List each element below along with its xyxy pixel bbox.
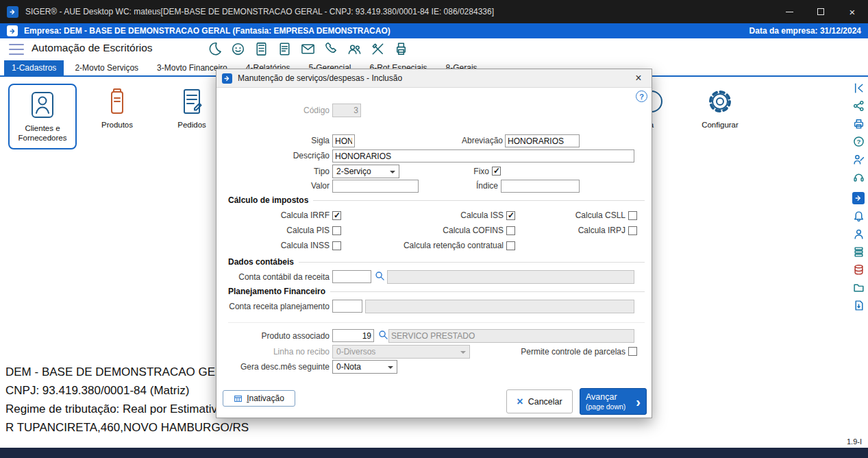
desktop-icon-configurar[interactable]: Configurar xyxy=(687,86,753,130)
parcelas-label: Permite controle de parcelas xyxy=(504,347,625,357)
conta-planejamento-desc-field xyxy=(365,300,634,313)
tab-movto-servicos[interactable]: 2-Movto Serviços xyxy=(67,60,146,75)
descricao-label: Descrição xyxy=(216,151,330,161)
info-line: R TUPANCIRETA,460,NOVO HAMBURGO/RS xyxy=(5,418,249,437)
abreviacao-label: Abreviação xyxy=(367,136,503,146)
calcula-inss-checkbox[interactable] xyxy=(332,241,341,250)
indice-field[interactable] xyxy=(501,180,580,193)
users-icon[interactable] xyxy=(347,41,362,57)
search-icon[interactable] xyxy=(375,271,385,281)
fixo-checkbox[interactable] xyxy=(492,167,501,176)
dialog-title: Manutenção de serviços/despesas - Inclus… xyxy=(238,73,402,83)
network-icon[interactable] xyxy=(853,100,865,112)
user-edit-icon[interactable] xyxy=(853,154,865,165)
window-controls: × xyxy=(773,0,868,23)
info-line: CNPJ: 93.419.380/0001-84 (Matriz) xyxy=(5,381,249,400)
tipo-label: Tipo xyxy=(216,167,330,177)
desktop-icon-clientes[interactable]: Clientes e Fornecedores xyxy=(8,84,77,149)
codigo-field xyxy=(332,104,361,117)
mail-icon[interactable] xyxy=(300,41,316,57)
parcelas-checkbox[interactable] xyxy=(628,347,637,356)
face-icon[interactable] xyxy=(230,41,246,57)
clients-icon xyxy=(27,90,58,120)
window-titlebar: SIGER® - AUE Desktop WC: mateus[DEM-BASE… xyxy=(0,0,868,23)
produto-desc-field xyxy=(388,329,634,343)
chevron-right-icon: › xyxy=(636,395,641,409)
dialog-close-icon[interactable]: × xyxy=(630,69,647,87)
menu-icon[interactable] xyxy=(9,43,24,56)
calcula-csll-label: Calcula CSLL xyxy=(504,210,625,221)
desktop-icon-pedidos[interactable]: Pedidos xyxy=(159,86,225,130)
user-icon[interactable] xyxy=(853,228,865,240)
window-title: SIGER® - AUE Desktop WC: mateus[DEM-BASE… xyxy=(25,7,494,16)
calcula-csll-checkbox[interactable] xyxy=(628,211,637,220)
company-date: Data da empresa: 31/12/2024 xyxy=(749,26,861,36)
layers-icon[interactable] xyxy=(853,246,865,258)
codigo-label: Código xyxy=(216,106,330,116)
calculator-icon[interactable] xyxy=(253,41,269,57)
headset-icon[interactable] xyxy=(853,171,865,183)
minimize-button[interactable] xyxy=(773,0,805,23)
printer-icon[interactable] xyxy=(393,41,409,57)
help-icon[interactable]: ? xyxy=(853,136,865,147)
orders-icon xyxy=(177,86,207,117)
valor-label: Valor xyxy=(216,181,330,191)
phone-icon[interactable] xyxy=(323,41,339,57)
database-icon[interactable] xyxy=(853,264,865,276)
calcula-pis-label: Calcula PIS xyxy=(216,226,330,236)
tab-cadastros[interactable]: 1-Cadastros xyxy=(4,60,64,75)
abreviacao-field[interactable] xyxy=(505,134,580,147)
linha-recibo-select: 0-Diversos xyxy=(332,345,470,359)
produto-field[interactable] xyxy=(332,329,374,342)
conta-planejamento-field[interactable] xyxy=(332,300,362,313)
close-button[interactable]: × xyxy=(836,0,868,23)
calcula-retencao-checkbox[interactable] xyxy=(506,241,515,250)
indice-label: Índice xyxy=(367,181,498,191)
search-icon[interactable] xyxy=(378,330,388,340)
right-sidebar: ? xyxy=(851,82,866,311)
document-icon[interactable] xyxy=(277,41,293,57)
section-impostos: Cálculo de impostos xyxy=(228,195,645,205)
calcula-irrf-checkbox[interactable] xyxy=(332,211,341,220)
svg-text:?: ? xyxy=(856,138,860,145)
collapse-left-icon[interactable] xyxy=(853,82,865,94)
company-name: Empresa: DEM - BASE DE DEMONSTRACAO GERA… xyxy=(24,26,390,36)
bell-icon[interactable] xyxy=(853,210,865,222)
calcula-pis-checkbox[interactable] xyxy=(332,226,341,235)
conta-contabil-field[interactable] xyxy=(332,270,371,283)
sigla-label: Sigla xyxy=(216,136,330,146)
cancel-button[interactable]: × Cancelar xyxy=(506,389,573,413)
moon-icon[interactable] xyxy=(207,41,223,57)
divider xyxy=(228,322,645,323)
siger-logo-icon[interactable] xyxy=(852,192,865,204)
module-title: Automação de Escritórios xyxy=(32,42,153,54)
help-icon[interactable]: ? xyxy=(636,91,647,102)
file-export-icon[interactable] xyxy=(853,300,865,311)
printer-icon[interactable] xyxy=(853,118,865,130)
dialog-manutencao-servicos: Manutenção de serviços/despesas - Inclus… xyxy=(216,69,652,418)
conta-planejamento-label: Conta receita planejamento xyxy=(216,302,330,312)
gera-desc-select[interactable]: 0-Nota xyxy=(332,360,397,374)
sigla-field[interactable] xyxy=(332,134,355,147)
status-bar xyxy=(0,448,868,458)
company-logo-icon xyxy=(7,25,18,36)
maximize-button[interactable] xyxy=(805,0,836,23)
calcula-irpj-checkbox[interactable] xyxy=(628,226,637,235)
products-icon xyxy=(102,86,132,117)
conta-contabil-label: Conta contábil da receita xyxy=(216,272,330,282)
folder-icon[interactable] xyxy=(853,282,865,293)
fixo-label: Fixo xyxy=(367,167,489,177)
descricao-field[interactable] xyxy=(332,149,634,162)
section-planejamento: Planejamento Financeiro xyxy=(228,287,645,296)
desktop-icon-produtos[interactable]: Produtos xyxy=(84,86,150,130)
calcula-iss-label: Calcula ISS xyxy=(367,210,504,221)
conta-contabil-desc-field xyxy=(387,270,634,284)
avancar-button[interactable]: Avançar (page down) › xyxy=(580,388,647,415)
gear-icon xyxy=(705,86,735,117)
calcula-irrf-label: Calcula IRRF xyxy=(216,210,330,221)
inativacao-button[interactable]: Inativação xyxy=(223,390,295,407)
table-icon xyxy=(234,394,243,403)
siger-logo-icon xyxy=(222,73,232,84)
toolbar-icons xyxy=(207,41,409,57)
tools-icon[interactable] xyxy=(370,41,386,57)
